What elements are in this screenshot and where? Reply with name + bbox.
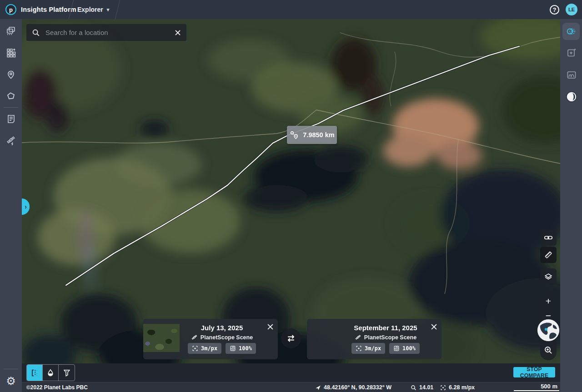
search-clear-button[interactable] (175, 30, 181, 36)
compare-card-left: July 13, 2025 PlanetScope Scene (143, 319, 278, 359)
zoom-level-value: 14.01 (419, 384, 433, 391)
scene-type-row: PlanetScope Scene (343, 334, 428, 341)
zoom-level: 14.01 (411, 382, 433, 392)
scene-type-row: PlanetScope Scene (180, 334, 264, 341)
coverage-hatch-icon (230, 345, 236, 352)
map-viewport[interactable]: 7.9850 km › (22, 19, 560, 363)
share-link-button[interactable] (540, 229, 557, 246)
chevron-down-icon: ▾ (107, 7, 110, 13)
close-icon (175, 30, 181, 36)
user-avatar[interactable]: LE (566, 4, 577, 15)
sidebar-divider (4, 107, 18, 108)
sidebar-item-tasking[interactable] (0, 131, 22, 151)
help-button[interactable]: ? (550, 5, 559, 15)
link-icon (543, 233, 553, 243)
opacity-toggle[interactable] (43, 365, 59, 381)
close-card-button[interactable] (430, 323, 437, 330)
top-bar: p Insights Platform Explorer ▾ ? LE (0, 0, 582, 19)
ruler-icon (543, 250, 553, 260)
search-icon (32, 29, 40, 37)
coordinates-value: 48.42160° N, 90.28332° W (324, 384, 391, 391)
map-resolution: 6.28 m/px (440, 382, 475, 392)
avatar-initials: LE (568, 7, 575, 12)
map-scalebar: 500 m (514, 382, 559, 392)
layers-button[interactable] (540, 268, 557, 285)
scene-thumbnail[interactable] (143, 324, 180, 352)
sidebar-item-orders[interactable] (0, 109, 22, 129)
scene-date: September 11, 2025 (343, 324, 428, 332)
zoom-in-button[interactable]: + (540, 294, 557, 308)
resolution-badge: 3m/px (351, 343, 385, 354)
filter-toggle[interactable] (59, 365, 75, 381)
bottom-toolbar: STOP COMPARE (22, 363, 560, 382)
chevron-right-icon: › (25, 203, 27, 210)
sidebar-item-places[interactable] (0, 65, 22, 85)
measure-tool-button[interactable] (540, 247, 557, 263)
histogram-button[interactable] (566, 69, 577, 81)
brand: p Insights Platform (5, 0, 76, 19)
add-scene-button[interactable] (566, 47, 577, 59)
measurement-tooltip: 7.9850 km (287, 126, 337, 144)
satellite-icon (191, 334, 198, 341)
contrast-circle-icon (566, 90, 577, 103)
measure-route-icon (289, 130, 299, 140)
status-bar: ©2022 Planet Labs PBC 48.42160° N, 90.28… (22, 382, 560, 392)
explorer-menu[interactable]: Explorer ▾ (77, 0, 109, 19)
stop-compare-button[interactable]: STOP COMPARE (513, 367, 555, 377)
resolution-value: 6.28 m/px (449, 384, 475, 391)
layers-icon (543, 272, 553, 282)
zoom-to-area-button[interactable] (540, 343, 557, 357)
globe-overview-button[interactable] (537, 319, 559, 341)
scene-badges: 3m/px 100% (343, 343, 428, 354)
sidebar-item-scenes[interactable] (0, 21, 22, 41)
help-icon: ? (553, 6, 557, 13)
satellite-icon (355, 334, 361, 341)
contrast-toggle-button[interactable] (566, 91, 577, 103)
curves-chart-icon (566, 69, 577, 80)
resolution-value: 3m/px (365, 345, 381, 352)
satellite-basemap (22, 19, 560, 363)
right-sidebar (560, 19, 582, 392)
topbar-right: ? LE (550, 0, 577, 19)
compare-circles-icon (566, 26, 577, 37)
planet-logo-icon[interactable]: p (5, 4, 16, 15)
resolution-badge: 3m/px (188, 343, 221, 354)
close-icon (267, 323, 274, 330)
coverage-hatch-icon (393, 345, 400, 352)
topbar-divider (115, 0, 120, 19)
logo-letter: p (9, 6, 13, 13)
compare-mode-button[interactable] (562, 23, 580, 40)
document-list-icon (5, 114, 16, 124)
add-scene-icon (566, 47, 577, 58)
coverage-value: 100% (239, 345, 252, 352)
sidebar-item-basemaps[interactable] (0, 43, 22, 63)
swap-arrows-icon (286, 333, 296, 344)
polygon-icon (5, 91, 16, 102)
scene-thumbnail[interactable] (307, 324, 343, 352)
grid-star-icon (5, 47, 16, 58)
magnifier-icon (411, 385, 416, 391)
location-search (26, 24, 186, 41)
filter-funnel-icon (62, 368, 71, 377)
close-card-button[interactable] (266, 323, 274, 330)
compare-card-right: September 11, 2025 PlanetScope Scene (307, 319, 442, 359)
left-sidebar: ⚙ (0, 19, 22, 392)
coverage-badge: 100% (389, 343, 420, 354)
compare-slider-toggle[interactable] (27, 365, 43, 381)
search-input[interactable] (45, 29, 169, 36)
scene-date: July 13, 2025 (180, 324, 264, 332)
settings-button[interactable]: ⚙ (0, 371, 22, 391)
resolution-value: 3m/px (201, 345, 217, 352)
scene-badges: 3m/px 100% (180, 343, 264, 354)
swap-scenes-button[interactable] (281, 328, 301, 348)
water-drop-icon (46, 368, 55, 377)
scale-line (514, 390, 559, 391)
magnifier-plus-icon (544, 346, 553, 355)
coverage-value: 100% (402, 345, 416, 352)
app-title: Insights Platform (21, 6, 76, 13)
coverage-badge: 100% (226, 343, 256, 354)
resolution-icon (356, 345, 362, 352)
explorer-label: Explorer (77, 6, 103, 13)
nav-arrow-icon (315, 385, 321, 391)
sidebar-item-aoi[interactable] (0, 86, 22, 106)
